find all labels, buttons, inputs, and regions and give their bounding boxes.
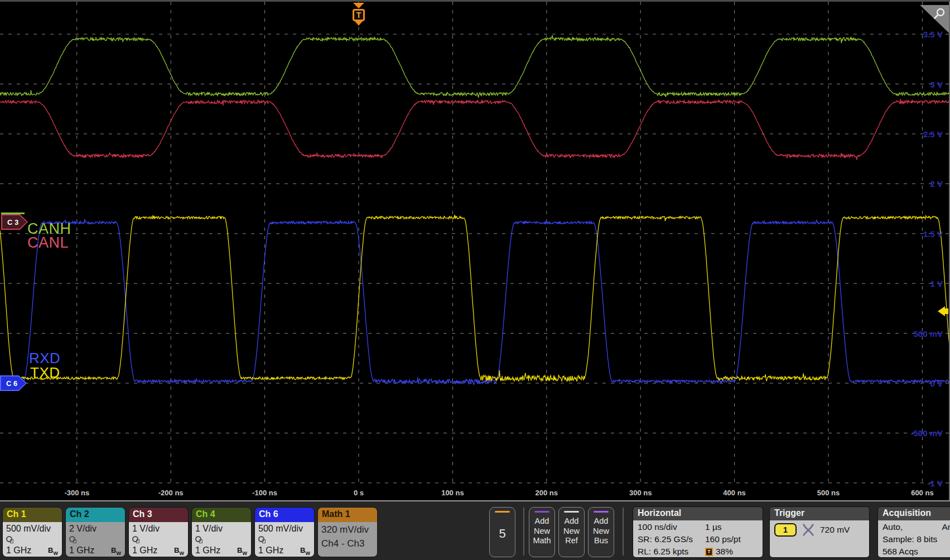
probe-icon [69, 536, 75, 542]
y-axis-label: 1.5 V [923, 229, 943, 238]
acquisition-title: Acquisition [878, 507, 950, 520]
trigger-level-value: 720 mV [820, 525, 850, 535]
ch4-name: Ch 4 [192, 508, 251, 522]
count-accent-line [495, 511, 510, 513]
channel-badge-ch2[interactable]: Ch 2 2 V/div 1 GHz BW [65, 507, 126, 557]
either-edge-trigger-icon [802, 523, 815, 537]
probe-icon [132, 536, 138, 542]
trigger-level-arrow-icon [938, 306, 945, 316]
acquisition-panel[interactable]: Acquisition Auto, Ana Sample: 8 bits 568… [877, 506, 950, 558]
bandwidth-limit-icon: BW [48, 546, 58, 556]
y-axis-label: 2.5 V [923, 129, 943, 139]
x-axis-label: 400 ns [723, 489, 745, 497]
add-new-math-button[interactable]: Add New Math [529, 507, 555, 557]
display-count-button[interactable]: 5 [489, 507, 515, 557]
sample-rate: SR: 6.25 GS/s [638, 534, 705, 544]
x-axis-label: -300 ns [64, 489, 89, 497]
acquisition-mode: Auto, [883, 522, 942, 532]
channel-badge-ch4[interactable]: Ch 4 1 V/div 1 GHz BW [191, 507, 252, 557]
trigger-pin-point-icon [355, 21, 363, 26]
canl-trace-label: CANL [27, 234, 69, 252]
x-axis-label: 200 ns [536, 489, 558, 497]
math1-name: Math 1 [318, 508, 377, 522]
bus-accent-line [594, 511, 609, 513]
ch1-scale: 500 mV/div [6, 523, 59, 534]
ch6-scale: 500 mV/div [258, 523, 311, 534]
resolution: 160 ps/pt [705, 534, 758, 544]
bandwidth-limit-icon: BW [300, 546, 310, 556]
add-new-ref-button[interactable]: Add New Ref [558, 507, 585, 557]
oscilloscope-screen: C 3 C 6 CANH CANL RXD TXD T 3.5 V3 V2.5 … [0, 0, 950, 560]
ch2-scale: 2 V/div [69, 523, 122, 534]
trigger-t-icon: T [353, 9, 365, 21]
bandwidth-limit-icon: BW [174, 546, 184, 556]
channel-badge-ch6[interactable]: Ch 6 500 mV/div 1 GHz BW [254, 507, 315, 557]
toolbar-separator [623, 508, 624, 556]
add-new-bus-button[interactable]: Add New Bus [588, 507, 614, 557]
count-value: 5 [490, 527, 515, 541]
math-accent-line [534, 511, 549, 513]
y-axis-label: 500 mV [913, 329, 943, 338]
probe-icon [6, 536, 12, 542]
trace-canh [0, 35, 949, 98]
acquisition-mode-extra: Ana [942, 522, 950, 532]
x-axis-label: 600 ns [911, 489, 933, 497]
trace-txd [0, 215, 949, 381]
probe-icon [195, 536, 201, 542]
x-axis-label: -100 ns [252, 489, 277, 497]
y-axis-label: 3 V [930, 79, 943, 89]
trigger-position-icon: T [705, 548, 713, 556]
channel-badge-ch1[interactable]: Ch 1 500 mV/div 1 GHz BW [2, 507, 62, 557]
x-axis-label: 300 ns [629, 489, 652, 497]
waveform-canvas [0, 2, 950, 487]
math1-scale: 320 mV/div [321, 523, 374, 537]
probe-icon [258, 536, 264, 542]
txd-trace-label: TXD [30, 364, 60, 382]
y-axis-label: 2 V [930, 179, 943, 189]
acquisition-count: 568 Acqs [883, 547, 950, 557]
ch2-name: Ch 2 [66, 508, 125, 522]
trigger-title: Trigger [770, 507, 869, 520]
y-axis-label: 3.5 V [923, 30, 943, 39]
record-length: RL: 6.25 kpts [638, 547, 705, 557]
math1-source: Ch4 - Ch3 [321, 537, 374, 551]
trigger-position-arrow-icon [353, 3, 364, 8]
trace-rxd [0, 219, 949, 385]
y-axis-label: -500 mV [910, 428, 943, 438]
ch1-name: Ch 1 [3, 508, 62, 522]
x-axis-label: -200 ns [158, 489, 184, 497]
y-axis-label: 1 V [930, 279, 943, 288]
horizontal-panel[interactable]: Horizontal 100 ns/div 1 µs SR: 6.25 GS/s… [633, 506, 763, 558]
horizontal-title: Horizontal [633, 507, 763, 520]
y-axis-label: 0 V [930, 379, 943, 388]
time-axis: -300 ns-200 ns-100 ns0 s100 ns200 ns300 … [0, 487, 950, 500]
ref-accent-line [564, 511, 579, 513]
ch4-scale: 1 V/div [195, 523, 248, 534]
horizontal-window: 1 µs [705, 522, 758, 532]
x-axis-label: 0 s [354, 489, 364, 497]
trigger-source-badge: 1 [774, 523, 797, 537]
channel-badge-ch3[interactable]: Ch 3 1 V/div 1 GHz BW [128, 507, 189, 557]
trace-canl [0, 99, 949, 160]
trigger-position-percent: 38% [716, 547, 733, 557]
acquisition-sample: Sample: 8 bits [883, 534, 950, 544]
ch3-scale: 1 V/div [132, 523, 185, 534]
trigger-level-arrow-tail [945, 308, 948, 314]
bandwidth-limit-icon: BW [237, 546, 247, 556]
scope-toolbar: Ch 1 500 mV/div 1 GHz BW Ch 2 2 V/div 1 … [0, 500, 950, 560]
trigger-position-marker[interactable]: T [351, 2, 366, 26]
horizontal-scale: 100 ns/div [638, 522, 705, 532]
ch4-marker-stripe [1, 213, 25, 214]
channel-badge-math1[interactable]: Math 1 320 mV/div Ch4 - Ch3 [317, 507, 378, 557]
waveform-graticule[interactable]: C 3 C 6 CANH CANL RXD TXD T 3.5 V3 V2.5 … [0, 2, 950, 487]
ch3-name: Ch 3 [129, 508, 188, 522]
toolbar-separator [523, 508, 524, 556]
y-axis-label: -1 V [927, 478, 943, 487]
ch6-name: Ch 6 [255, 508, 314, 522]
bandwidth-limit-icon: BW [111, 546, 121, 556]
x-axis-label: 500 ns [817, 489, 840, 497]
trigger-panel[interactable]: Trigger 1 720 mV [769, 506, 870, 558]
x-axis-label: 100 ns [441, 489, 464, 497]
trigger-level-marker[interactable] [938, 306, 949, 316]
